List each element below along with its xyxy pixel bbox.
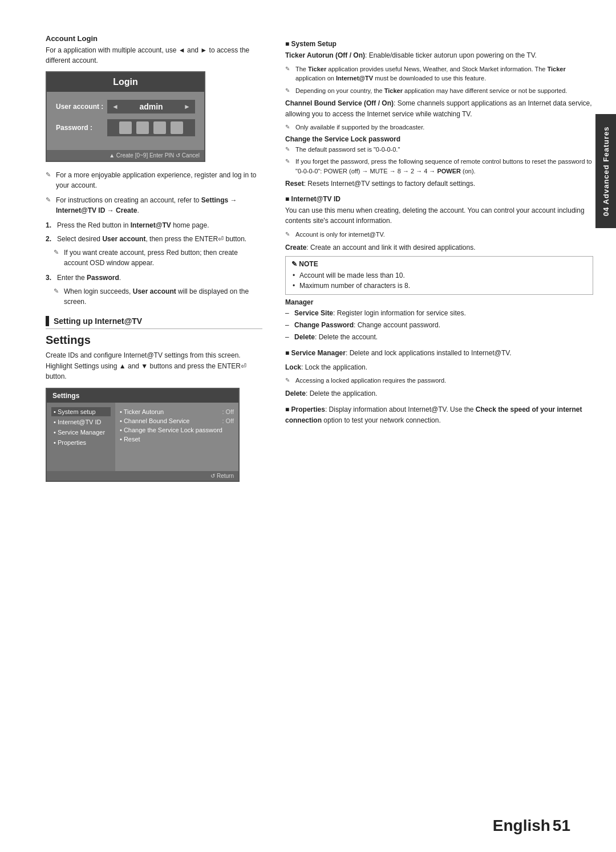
manager-change-password: Change Password: Change account password… [285, 320, 593, 330]
settings-option-2: • Change the Service Lock password [120, 425, 234, 435]
settings-intro-text: Create IDs and configure Internet@TV set… [46, 351, 241, 370]
user-account-value-box[interactable]: ◄ admin ► [107, 100, 195, 113]
delete-text: Delete: Delete the application. [285, 388, 593, 399]
system-setup-title: ■ System Setup [285, 40, 593, 48]
settings-heading: Settings [46, 334, 262, 347]
login-note-2-suffix: . [137, 206, 139, 214]
step-2: 2. Select desired User account, then pre… [46, 234, 262, 244]
password-dot-3 [153, 121, 166, 134]
ticker-autorun-text: Ticker Autorun (Off / On): Enable/disabl… [285, 50, 593, 61]
password-label: Password : [56, 124, 107, 132]
settings-intro-suffix: button. [46, 372, 67, 380]
settings-menu-item-3[interactable]: • Properties [51, 438, 111, 447]
black-bar-icon [46, 316, 49, 326]
user-account-label: User account : [56, 103, 107, 111]
note-box-item-1: Account will be made less than 10. [291, 270, 587, 281]
settings-footer: ↺ Return [47, 471, 238, 481]
step-1: 1. Press the Red button in Internet@TV h… [46, 220, 262, 230]
ticker-note-1: The Ticker application provides useful N… [285, 64, 593, 83]
ticker-note-2: Depending on your country, the Ticker ap… [285, 86, 593, 96]
step-1-num: 1. [46, 220, 54, 230]
login-dialog-title: Login [47, 72, 204, 92]
left-column: Account Login For a application with mul… [46, 34, 262, 818]
manager-delete: Delete: Delete the account. [285, 332, 593, 342]
password-dots [112, 121, 191, 134]
settings-option-0: • Ticker Autorun : Off [120, 407, 234, 416]
internet-tv-id-text: You can use this menu when creating, del… [285, 205, 593, 226]
change-lock-title: Change the Service Lock password [285, 135, 593, 143]
channel-bound-note: Only available if supported by the broad… [285, 123, 593, 132]
login-password-row: Password : [56, 119, 195, 136]
step-2-text: Select desired User account, then press … [57, 234, 246, 244]
footer-label: English [493, 817, 550, 834]
lock-text: Lock: Lock the application. [285, 362, 593, 373]
login-dialog-body: User account : ◄ admin ► Password : [47, 92, 204, 150]
reset-text: Reset: Resets Internet@TV settings to fa… [285, 178, 593, 189]
settings-option-1-value: : Off [222, 417, 234, 424]
password-dot-2 [136, 121, 149, 134]
password-value-box [107, 119, 195, 136]
password-dot-4 [171, 121, 183, 134]
login-steps: 1. Press the Red button in Internet@TV h… [46, 220, 262, 307]
main-content: Account Login For a application with mul… [0, 0, 616, 852]
properties-text: ■ Properties: Display information about … [285, 404, 593, 425]
settings-option-1: • Channel Bound Service : Off [120, 416, 234, 425]
account-login-title: Account Login [46, 34, 262, 43]
setting-up-title: Setting up Internet@TV [54, 317, 142, 326]
internet-tv-id-note: Account is only for internet@TV. [285, 230, 593, 240]
step-2-num: 2. [46, 234, 54, 244]
settings-option-3-label: • Reset [120, 436, 234, 443]
properties-section: ■ Properties: Display information about … [285, 404, 593, 425]
settings-right-panel: • Ticker Autorun : Off • Channel Bound S… [115, 403, 238, 471]
settings-option-2-label: • Change the Service Lock password [120, 427, 234, 433]
settings-intro: Create IDs and configure Internet@TV set… [46, 350, 262, 382]
password-dot-1 [119, 121, 132, 134]
side-tab: 04 Advanced Features [595, 114, 616, 228]
system-setup-section: ■ System Setup Ticker Autorun (Off / On)… [285, 40, 593, 189]
right-column: ■ System Setup Ticker Autorun (Off / On)… [285, 34, 593, 818]
settings-left-panel: • System setup • Internet@TV ID • Servic… [47, 403, 115, 471]
settings-menu-item-2[interactable]: • Service Manager [51, 428, 111, 437]
step-3: 3. Enter the Password. [46, 273, 262, 283]
settings-option-1-label: • Channel Bound Service [120, 417, 220, 424]
login-actions: ▲ Create [0~9] Enter PIN ↺ Cancel [47, 150, 204, 161]
login-note-1: For a more enjoyable application experie… [46, 170, 262, 190]
lock-note: Accessing a locked application requires … [285, 376, 593, 386]
login-note-2: For instructions on creating an account,… [46, 195, 262, 216]
step-1-text: Press the Red button in Internet@TV home… [57, 220, 209, 230]
change-lock-note-2: If you forget the password, press the fo… [285, 157, 593, 176]
settings-dialog-title: Settings [47, 389, 238, 403]
arrow-right-icon[interactable]: ► [184, 103, 191, 111]
service-manager-title: ■ Service Manager: Delete and lock appli… [285, 348, 593, 359]
settings-menu-item-0[interactable]: • System setup [51, 407, 111, 416]
page-container: Account Login For a application with mul… [0, 0, 616, 852]
login-dialog: Login User account : ◄ admin ► Password … [46, 71, 205, 162]
service-manager-section: ■ Service Manager: Delete and lock appli… [285, 348, 593, 399]
side-tab-label: 04 Advanced Features [602, 126, 610, 216]
step-3-text: Enter the Password. [57, 273, 121, 283]
login-user-row: User account : ◄ admin ► [56, 100, 195, 113]
arrow-left-icon[interactable]: ◄ [112, 103, 119, 111]
setting-up-header-bar: Setting up Internet@TV [46, 316, 262, 329]
user-account-value: admin [119, 102, 184, 111]
footer-number: 51 [553, 817, 570, 834]
internet-tv-id-section: ■ Internet@TV ID You can use this menu w… [285, 195, 593, 342]
settings-option-0-value: : Off [222, 408, 234, 415]
settings-menu-item-1[interactable]: • Internet@TV ID [51, 417, 111, 427]
settings-option-3: • Reset [120, 435, 234, 444]
step-3-note: When login succeeds, User account will b… [54, 286, 262, 307]
note-box-title: ✎ NOTE [291, 260, 587, 268]
channel-bound-text: Channel Bound Service (Off / On): Some c… [285, 98, 593, 119]
manager-title: Manager [285, 298, 593, 306]
account-login-intro: For a application with multiple account,… [46, 45, 262, 66]
note-box: ✎ NOTE Account will be made less than 10… [285, 256, 593, 295]
note-box-item-2: Maximum number of characters is 8. [291, 281, 587, 291]
settings-option-0-label: • Ticker Autorun [120, 408, 220, 415]
change-lock-note-1: The default password set is "0-0-0-0." [285, 145, 593, 155]
login-note-2-prefix: For instructions on creating an account,… [56, 196, 201, 204]
page-footer: English 51 [493, 817, 570, 835]
step-2-note: If you want create account, press Red bu… [54, 248, 262, 268]
step-3-num: 3. [46, 273, 54, 283]
manager-service-site: Service Site: Register login information… [285, 308, 593, 318]
settings-dialog: Settings • System setup • Internet@TV ID… [46, 388, 240, 482]
